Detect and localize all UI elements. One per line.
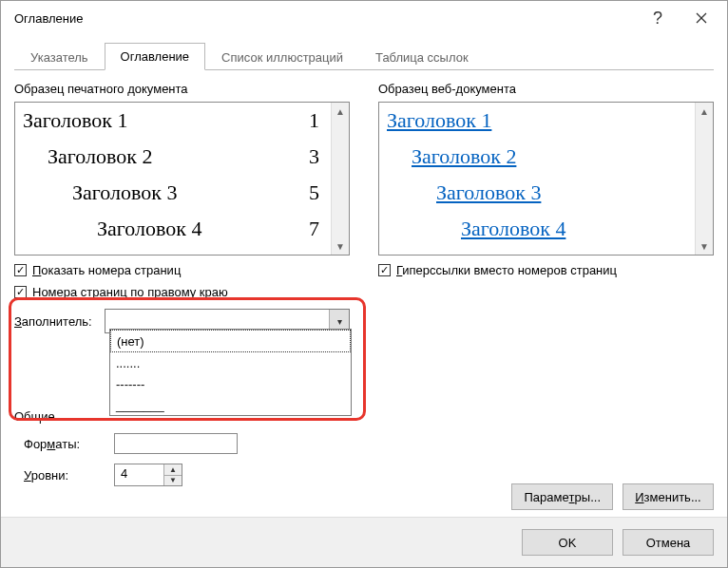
window-title: Оглавление bbox=[14, 11, 636, 26]
formats-label: Форматы: bbox=[14, 437, 114, 451]
print-preview-row: Заголовок 4 7 bbox=[23, 217, 323, 253]
web-preview: Заголовок 1 Заголовок 2 Заголовок 3 Заго… bbox=[379, 103, 695, 255]
print-preview-scrollbar[interactable]: ▲ ▼ bbox=[331, 103, 349, 255]
tab-authorities[interactable]: Таблица ссылок bbox=[359, 44, 485, 70]
checkbox-label: Гиперссылки вместо номеров страниц bbox=[396, 263, 617, 277]
tab-strip: Указатель Оглавление Список иллюстраций … bbox=[14, 43, 714, 70]
dialog-button-bar: OK Отмена bbox=[1, 517, 727, 567]
fill-option-none[interactable]: (нет) bbox=[110, 330, 351, 352]
print-page: 5 bbox=[309, 180, 323, 205]
scroll-down-icon[interactable]: ▼ bbox=[696, 237, 713, 255]
fill-option-dashes[interactable]: ------- bbox=[110, 373, 351, 394]
ok-button[interactable]: OK bbox=[522, 529, 613, 556]
checkbox-show-page-numbers[interactable]: Показать номера страниц bbox=[14, 263, 350, 277]
fill-leader-label: Заполнитель: bbox=[14, 314, 105, 329]
checkbox-icon bbox=[14, 264, 27, 276]
dialog-content: Указатель Оглавление Список иллюстраций … bbox=[14, 43, 714, 510]
print-heading: Заголовок 2 bbox=[48, 144, 152, 169]
checkbox-label: Показать номера страниц bbox=[32, 263, 181, 277]
checkbox-icon bbox=[14, 286, 27, 298]
close-button[interactable] bbox=[680, 1, 723, 35]
options-button-row: Параметры... Изменить... bbox=[511, 483, 714, 510]
tab-toc[interactable]: Оглавление bbox=[105, 43, 205, 70]
web-preview-row: Заголовок 4 bbox=[387, 217, 687, 253]
web-preview-box: Заголовок 1 Заголовок 2 Заголовок 3 Заго… bbox=[378, 102, 714, 256]
title-bar: Оглавление ? bbox=[1, 1, 727, 35]
print-preview-row: Заголовок 3 5 bbox=[23, 180, 323, 217]
formats-combo[interactable] bbox=[114, 433, 238, 454]
help-button[interactable]: ? bbox=[636, 1, 680, 35]
modify-button[interactable]: Изменить... bbox=[623, 483, 714, 510]
scroll-up-icon[interactable]: ▲ bbox=[332, 103, 349, 120]
print-page: 7 bbox=[309, 217, 323, 241]
left-column: Образец печатного документа Заголовок 1 … bbox=[14, 82, 350, 486]
spinner-down-icon[interactable]: ▼ bbox=[164, 476, 182, 486]
print-preview: Заголовок 1 1 Заголовок 2 3 Заголовок 3 … bbox=[15, 103, 331, 255]
scroll-track[interactable] bbox=[696, 120, 713, 237]
print-preview-label: Образец печатного документа bbox=[14, 82, 350, 96]
fill-leader-dropdown-list[interactable]: (нет) ....... ------- _______ bbox=[109, 329, 352, 416]
right-column: Образец веб-документа Заголовок 1 Заголо… bbox=[378, 82, 714, 486]
checkbox-label: Номера страниц по правому краю bbox=[32, 285, 228, 299]
print-preview-box: Заголовок 1 1 Заголовок 2 3 Заголовок 3 … bbox=[14, 102, 350, 256]
print-page: 1 bbox=[309, 108, 323, 133]
web-heading-link: Заголовок 1 bbox=[387, 108, 491, 133]
print-heading: Заголовок 3 bbox=[72, 180, 177, 205]
web-heading-link: Заголовок 4 bbox=[461, 217, 565, 241]
fill-option-underscore[interactable]: _______ bbox=[110, 394, 351, 415]
print-heading: Заголовок 1 bbox=[23, 108, 127, 133]
levels-label: Уровни: bbox=[14, 468, 114, 483]
tab-index[interactable]: Указатель bbox=[14, 44, 105, 70]
web-preview-row: Заголовок 1 bbox=[387, 108, 687, 144]
checkbox-icon bbox=[378, 264, 391, 276]
checkbox-hyperlinks[interactable]: Гиперссылки вместо номеров страниц bbox=[378, 263, 714, 277]
general-section: Общие Форматы: Уровни: 4 ▲ ▼ bbox=[14, 409, 350, 486]
web-preview-row: Заголовок 2 bbox=[387, 144, 687, 180]
formats-row: Форматы: bbox=[14, 433, 350, 454]
print-heading: Заголовок 4 bbox=[97, 217, 201, 241]
print-preview-row: Заголовок 1 1 bbox=[23, 108, 323, 144]
web-preview-row: Заголовок 3 bbox=[387, 180, 687, 217]
scroll-down-icon[interactable]: ▼ bbox=[332, 237, 349, 255]
levels-row: Уровни: 4 ▲ ▼ bbox=[14, 464, 350, 486]
web-heading-link: Заголовок 2 bbox=[412, 144, 516, 169]
fill-option-dots[interactable]: ....... bbox=[110, 352, 351, 373]
options-button[interactable]: Параметры... bbox=[511, 483, 613, 510]
levels-spinner[interactable]: 4 ▲ ▼ bbox=[114, 464, 182, 486]
cancel-button[interactable]: Отмена bbox=[623, 529, 714, 556]
levels-value: 4 bbox=[115, 464, 163, 485]
web-preview-scrollbar[interactable]: ▲ ▼ bbox=[695, 103, 713, 255]
scroll-track[interactable] bbox=[332, 120, 349, 237]
dialog-window: Оглавление ? Указатель Оглавление Список… bbox=[0, 0, 728, 568]
spinner-buttons: ▲ ▼ bbox=[163, 464, 182, 485]
close-icon bbox=[696, 12, 707, 24]
scroll-up-icon[interactable]: ▲ bbox=[696, 103, 713, 120]
checkbox-right-align[interactable]: Номера страниц по правому краю bbox=[14, 285, 350, 299]
spinner-up-icon[interactable]: ▲ bbox=[164, 464, 182, 476]
tab-figures[interactable]: Список иллюстраций bbox=[205, 44, 359, 70]
tab-body: Образец печатного документа Заголовок 1 … bbox=[14, 70, 714, 486]
print-preview-row: Заголовок 2 3 bbox=[23, 144, 323, 180]
print-page: 3 bbox=[309, 144, 323, 169]
web-preview-label: Образец веб-документа bbox=[378, 82, 714, 96]
web-heading-link: Заголовок 3 bbox=[436, 180, 541, 205]
